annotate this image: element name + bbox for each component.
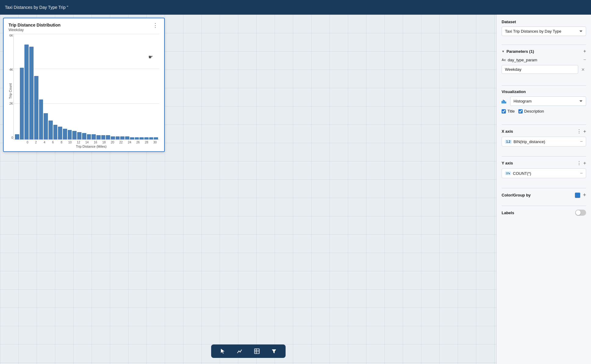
histogram-bar-26 bbox=[139, 137, 144, 139]
histogram-bar-7 bbox=[49, 121, 53, 139]
y-tick-2k: 2K bbox=[9, 102, 13, 105]
add-parameter-button[interactable]: + bbox=[583, 49, 586, 54]
histogram-bar-24 bbox=[130, 137, 134, 139]
x-tick-10: 10 bbox=[66, 141, 74, 144]
description-checkbox[interactable] bbox=[518, 109, 523, 114]
chart-header: Trip Distance Distribution Weekday ⋮ bbox=[9, 23, 159, 32]
viz-type-select[interactable]: Histogram Bar Chart Line Chart bbox=[510, 96, 586, 106]
divider-6 bbox=[502, 206, 586, 206]
x-axis-section: X axis ⋮ + 1.2 BIN(trip_distance) − bbox=[502, 128, 586, 149]
divider-1 bbox=[502, 45, 586, 45]
param-type-icon: Ac bbox=[502, 58, 506, 62]
param-value-select[interactable]: Weekday Weekend bbox=[502, 65, 578, 74]
chart-menu-button[interactable]: ⋮ bbox=[151, 23, 159, 28]
params-title-label: Parameters (1) bbox=[506, 49, 534, 54]
visualization-section-title: Visualization bbox=[502, 89, 586, 94]
histogram-bar-17 bbox=[96, 135, 101, 139]
remove-x-axis-button[interactable]: − bbox=[580, 139, 583, 144]
chart-inner: 6K 4K 2K 0 ☛ bbox=[13, 34, 159, 148]
x-axis-field-badge: 1.2 bbox=[505, 140, 512, 144]
title-checkbox-label[interactable]: Title bbox=[507, 109, 515, 114]
y-axis-field-name: COUNT(*) bbox=[513, 171, 531, 176]
color-group-row: Color/Group by + bbox=[502, 192, 586, 198]
x-tick-14: 14 bbox=[83, 141, 91, 144]
svg-marker-5 bbox=[272, 349, 276, 353]
histogram-bar-27 bbox=[144, 137, 149, 139]
x-axis-field-left: 1.2 BIN(trip_distance) bbox=[505, 139, 545, 144]
histogram-bar-2 bbox=[24, 45, 29, 139]
right-panel: Dataset Taxi Trip Distances by Day Type … bbox=[496, 15, 591, 364]
x-tick-24: 24 bbox=[125, 141, 134, 144]
canvas-area[interactable]: Trip Distance Distribution Weekday ⋮ Tri… bbox=[0, 15, 496, 364]
chart-tool-button[interactable] bbox=[234, 347, 245, 355]
histogram-bar-1 bbox=[20, 68, 24, 139]
add-y-axis-button[interactable]: + bbox=[583, 160, 586, 166]
svg-rect-7 bbox=[503, 100, 504, 103]
param-label: Ac day_type_param bbox=[502, 58, 537, 62]
color-swatch[interactable] bbox=[575, 193, 580, 198]
x-tick-12: 12 bbox=[74, 141, 83, 144]
filter-tool-button[interactable] bbox=[268, 347, 279, 355]
viz-select-row: Histogram Bar Chart Line Chart bbox=[502, 96, 586, 106]
y-axis-field-row: 1²₃ COUNT(*) − bbox=[502, 168, 586, 178]
histogram-bar-11 bbox=[68, 130, 72, 139]
y-axis-title-label: Y axis bbox=[502, 161, 513, 165]
dataset-select[interactable]: Taxi Trip Distances by Day Type bbox=[502, 27, 586, 36]
y-axis-actions: ⋮ + bbox=[577, 160, 586, 166]
add-x-axis-button[interactable]: + bbox=[583, 129, 586, 134]
x-axis-actions: ⋮ + bbox=[577, 128, 586, 134]
main-content: Trip Distance Distribution Weekday ⋮ Tri… bbox=[0, 15, 591, 364]
labels-title: Labels bbox=[502, 211, 514, 215]
x-tick-0: 0 bbox=[23, 141, 32, 144]
remove-y-axis-button[interactable]: − bbox=[580, 171, 583, 176]
x-tick-4: 4 bbox=[40, 141, 49, 144]
x-tick-28: 28 bbox=[142, 141, 151, 144]
histogram-icon bbox=[502, 99, 506, 103]
labels-toggle[interactable] bbox=[575, 210, 586, 216]
histogram-bar-29 bbox=[154, 137, 158, 139]
top-header: Taxi Distances by Day Type Trip " bbox=[0, 0, 591, 15]
dataset-section: Dataset Taxi Trip Distances by Day Type bbox=[502, 20, 586, 36]
histogram-bar-23 bbox=[125, 136, 129, 139]
histogram-bar-5 bbox=[39, 99, 43, 139]
histogram-bar-19 bbox=[106, 135, 110, 139]
x-axis-title: Trip Distance (Miles) bbox=[23, 145, 159, 148]
param-clear-button[interactable]: ✕ bbox=[580, 66, 586, 73]
params-chevron-icon: ▼ bbox=[502, 50, 505, 53]
param-name: day_type_param bbox=[508, 58, 537, 62]
y-axis-menu-button[interactable]: ⋮ bbox=[577, 160, 582, 166]
x-tick-16: 16 bbox=[91, 141, 100, 144]
x-tick-22: 22 bbox=[117, 141, 125, 144]
x-tick-8: 8 bbox=[57, 141, 66, 144]
select-tool-button[interactable] bbox=[217, 347, 228, 355]
x-tick-6: 6 bbox=[49, 141, 57, 144]
histogram-bar-25 bbox=[135, 137, 139, 139]
histogram-bar-13 bbox=[77, 132, 81, 139]
checkbox-row: Title Description bbox=[502, 109, 586, 114]
color-group-title: Color/Group by bbox=[502, 193, 531, 197]
svg-rect-8 bbox=[504, 100, 505, 103]
x-tick-26: 26 bbox=[134, 141, 142, 144]
divider-3 bbox=[502, 124, 586, 125]
add-color-button[interactable]: + bbox=[583, 192, 586, 198]
params-title[interactable]: ▼ Parameters (1) bbox=[502, 49, 534, 54]
x-axis-labels: 0 2 4 6 8 10 12 14 16 18 20 22 24 26 bbox=[23, 140, 159, 144]
table-tool-button[interactable] bbox=[251, 347, 262, 355]
histogram-bar-22 bbox=[120, 136, 124, 139]
param-row: Ac day_type_param − bbox=[502, 57, 586, 63]
histogram-bar-21 bbox=[116, 136, 120, 139]
param-value-row: Weekday Weekend ✕ bbox=[502, 65, 586, 74]
x-axis-menu-button[interactable]: ⋮ bbox=[577, 128, 582, 134]
y-axis-field-badge: 1²₃ bbox=[505, 171, 511, 175]
title-checkbox[interactable] bbox=[502, 109, 506, 114]
chart-subtitle: Weekday bbox=[9, 28, 60, 32]
remove-param-button[interactable]: − bbox=[583, 57, 586, 63]
description-checkbox-label[interactable]: Description bbox=[524, 109, 544, 114]
histogram-bar-12 bbox=[72, 131, 77, 139]
histogram-bar-15 bbox=[87, 134, 91, 139]
header-title: Taxi Distances by Day Type Trip " bbox=[5, 5, 68, 10]
x-tick-30: 30 bbox=[151, 141, 159, 144]
histogram-bar-9 bbox=[58, 127, 62, 139]
x-axis-field-row: 1.2 BIN(trip_distance) − bbox=[502, 137, 586, 146]
x-tick-18: 18 bbox=[100, 141, 108, 144]
